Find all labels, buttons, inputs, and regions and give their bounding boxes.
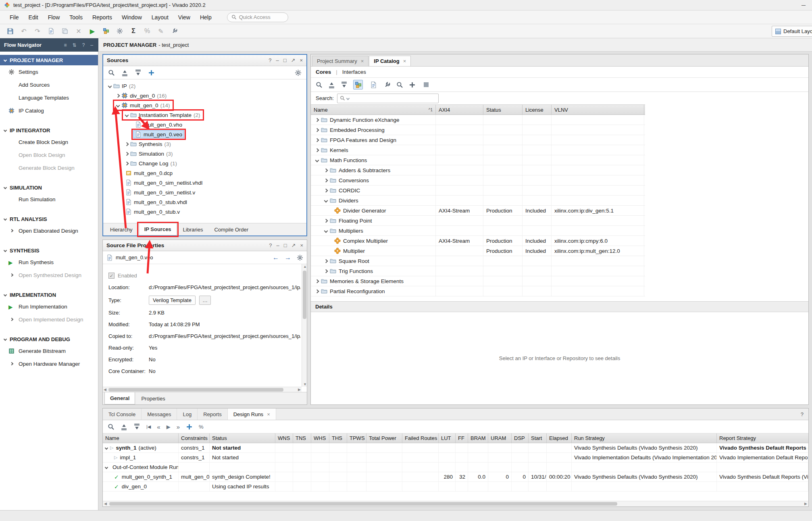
column-name[interactable]: Name^1 (311, 105, 436, 115)
nav-item-add-sources[interactable]: Add Sources (0, 78, 98, 91)
quick-access-search[interactable]: Quick Access (227, 13, 288, 22)
tab-compile-order[interactable]: Compile Order (209, 223, 254, 235)
tree-row-change-log[interactable]: Change Log(1) (103, 158, 306, 168)
menu-layout[interactable]: Layout (147, 12, 173, 23)
section-program-and-debug[interactable]: PROGRAM AND DEBUG (0, 334, 98, 344)
catalog-search-input[interactable] (337, 94, 439, 103)
nav-item-ip-catalog[interactable]: IP Catalog (0, 104, 98, 117)
tree-row-stub-v[interactable]: mult_gen_0_stub.v (103, 207, 306, 217)
tree-row-synthesis[interactable]: Synthesis(3) (103, 139, 306, 149)
float-icon[interactable]: ↗ (291, 242, 296, 248)
column-failed-routes[interactable]: Failed Routes (402, 433, 439, 443)
panel-help-icon[interactable]: ? (796, 408, 808, 420)
nav-item-open-implemented-design[interactable]: Open Implemented Design (0, 313, 98, 326)
tab-ip-sources[interactable]: IP Sources (139, 223, 177, 235)
expander-icon[interactable] (315, 138, 319, 142)
catalog-row[interactable]: Square Root (311, 256, 645, 266)
column-report-strategy[interactable]: Report Strategy (717, 433, 808, 443)
nav-item-language-templates[interactable]: Language Templates (0, 91, 98, 104)
scrollbar-thumb[interactable] (109, 502, 617, 506)
catalog-row[interactable]: Partial Reconfiguration (311, 286, 645, 296)
column-lut[interactable]: LUT (439, 433, 456, 443)
nav-item-run-implementation[interactable]: ▶Run Implementation (0, 300, 98, 313)
report-icon[interactable] (45, 26, 57, 37)
collapse-all-icon[interactable] (328, 81, 335, 88)
maximize-icon[interactable]: □ (283, 57, 287, 63)
enabled-checkbox[interactable]: ✓ (108, 273, 115, 279)
collapse-all-icon[interactable] (121, 69, 128, 76)
nav-item-open-hardware-manager[interactable]: Open Hardware Manager (0, 357, 98, 370)
horizontal-scrollbar[interactable]: ◀▶ (103, 501, 808, 506)
redo-icon[interactable]: ↷ (31, 26, 44, 37)
copy-icon[interactable] (59, 26, 71, 37)
run-row-mult-gen-0-synth-1[interactable]: ✓mult_gen_0_synth_1 mult_gen_0 synth_des… (103, 472, 808, 482)
menu-help[interactable]: Help (195, 12, 217, 23)
nav-item-open-synthesized-design[interactable]: Open Synthesized Design (0, 269, 98, 281)
link-icon[interactable] (396, 81, 403, 88)
close-icon[interactable]: × (403, 58, 406, 64)
run-row-div-gen-0[interactable]: ✓div_gen_0 Using cached IP results (103, 482, 808, 492)
column-ths[interactable]: THS (329, 433, 347, 443)
menu-edit[interactable]: Edit (24, 12, 43, 23)
search-icon[interactable] (316, 81, 323, 88)
catalog-row[interactable]: Dynamic Function eXchange (311, 115, 645, 125)
tab-properties[interactable]: Properties (136, 392, 170, 404)
step-first-icon[interactable]: |◀ (146, 424, 151, 429)
column-uram[interactable]: URAM (488, 433, 512, 443)
expander-icon[interactable] (324, 219, 328, 223)
catalog-row[interactable]: FPGA Features and Design (311, 135, 645, 145)
section-rtl-analysis[interactable]: RTL ANALYSIS (0, 214, 98, 224)
nav-item-settings[interactable]: Settings (0, 65, 98, 78)
section-project-manager[interactable]: PROJECT MANAGER (0, 55, 98, 65)
nav-item-open-block-design[interactable]: Open Block Design (0, 148, 98, 161)
catalog-row[interactable]: CORDIC (311, 185, 645, 196)
expander-icon[interactable] (324, 168, 328, 172)
vertical-scrollbar[interactable]: ▲▼ (302, 264, 307, 387)
expander-icon[interactable] (125, 152, 129, 156)
nav-item-run-simulation[interactable]: Run Simulation (0, 193, 98, 206)
float-icon[interactable]: ↗ (291, 57, 296, 63)
menu-tools[interactable]: Tools (65, 12, 87, 23)
blocks-icon[interactable] (100, 26, 112, 37)
stop-icon[interactable] (421, 80, 431, 90)
close-icon[interactable]: × (361, 58, 364, 64)
menu-reports[interactable]: Reports (87, 12, 117, 23)
tree-row-mult-gen-0-veo[interactable]: mult_gen_0.veo (103, 129, 306, 139)
menu-file[interactable]: File (5, 12, 24, 23)
catalog-row[interactable]: Kernels (311, 145, 645, 155)
tab-project-summary[interactable]: Project Summary× (312, 56, 369, 66)
subtab-cores[interactable]: Cores (316, 69, 331, 75)
nav-item-open-elaborated-design[interactable]: Open Elaborated Design (0, 224, 98, 237)
tree-row-instantiation-template[interactable]: Instantiation Template(2) (103, 110, 306, 120)
column-ff[interactable]: FF (456, 433, 468, 443)
layout-selector-button[interactable]: Default Layou (772, 26, 812, 37)
play-icon[interactable]: ▶ (167, 424, 171, 430)
save-icon[interactable] (4, 26, 16, 37)
tree-row-mult-gen-0-vho[interactable]: mult_gen_0.vho (103, 120, 306, 129)
back-icon[interactable]: ← (273, 254, 279, 261)
tab-tcl-console[interactable]: Tcl Console (103, 408, 142, 420)
sum-icon[interactable]: Σ (127, 26, 139, 37)
expander-icon[interactable] (105, 446, 108, 449)
settings-icon[interactable] (114, 26, 126, 37)
nav-item-generate-bitstream[interactable]: Generate Bitstream (0, 344, 98, 357)
column-total-power[interactable]: Total Power (366, 433, 402, 443)
column-start[interactable]: Start (529, 433, 547, 443)
catalog-row[interactable]: Math Functions (311, 155, 645, 165)
undo-icon[interactable]: ↶ (18, 26, 30, 37)
forward-icon[interactable]: → (285, 254, 291, 261)
hierarchy-view-icon[interactable] (369, 80, 378, 90)
expander-icon[interactable] (116, 103, 120, 107)
tree-row-sim-netlist-vhdl[interactable]: mult_gen_0_sim_netlist.vhdl (103, 178, 306, 188)
catalog-row-complex-multiplier[interactable]: Complex MultiplierAXI4-StreamProductionI… (311, 236, 645, 246)
menu-view[interactable]: View (173, 12, 195, 23)
minimize-window-icon[interactable]: ─ (802, 2, 808, 8)
search-icon[interactable] (108, 69, 115, 76)
tab-ip-catalog[interactable]: IP Catalog× (369, 56, 411, 66)
catalog-row[interactable]: Adders & Subtracters (311, 165, 645, 175)
column-constraints[interactable]: Constraints (179, 433, 210, 443)
fast-backward-icon[interactable]: « (157, 423, 160, 430)
column-vlnv[interactable]: VLNV (552, 105, 644, 115)
settings-gear-icon[interactable] (295, 69, 302, 76)
subtab-interfaces[interactable]: Interfaces (342, 69, 366, 75)
